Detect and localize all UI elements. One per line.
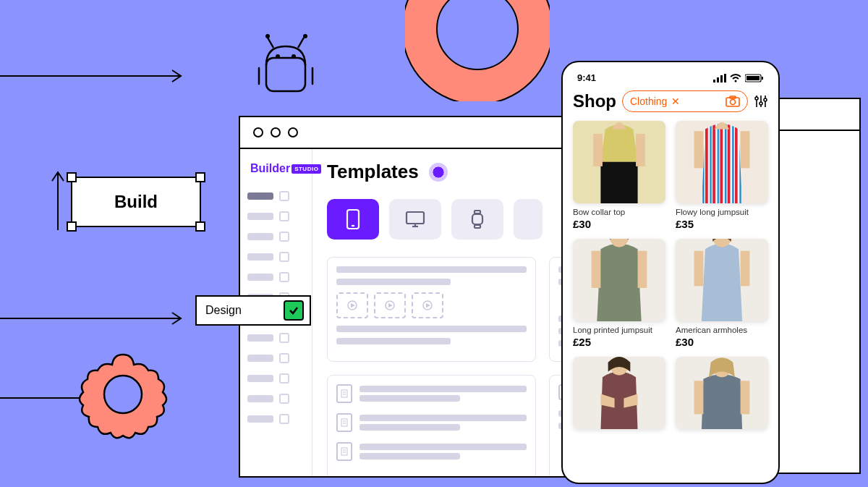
svg-rect-60 [600,161,637,203]
device-tab-watch[interactable] [451,199,503,240]
product-name: Bow collar top [573,208,665,216]
svg-rect-37 [341,419,347,426]
svg-point-10 [292,54,296,59]
svg-rect-70 [638,251,647,288]
product-card[interactable]: Long printed jumpsuit £25 [573,239,665,348]
browser-window-back [774,98,861,474]
svg-point-57 [760,102,762,105]
svg-rect-77 [741,381,750,414]
battery-icon [745,74,764,82]
svg-rect-44 [717,77,719,82]
product-price: £35 [676,218,768,230]
donut-decor [405,0,550,101]
product-card[interactable]: Bow collar top £30 [573,121,665,230]
svg-rect-50 [762,77,763,80]
phone-statusbar: 9:41 [573,72,768,83]
build-selection-box[interactable]: Build [71,177,201,227]
product-card[interactable] [676,357,768,429]
phone-page-title: Shop [573,91,616,111]
arrow-decor-2 [0,311,188,326]
svg-rect-61 [593,134,603,166]
android-icon [246,29,326,109]
svg-point-47 [735,80,737,82]
svg-point-7 [265,34,270,38]
svg-rect-62 [636,134,645,166]
sidebar-item[interactable] [247,414,305,424]
svg-rect-66 [694,131,704,168]
product-card[interactable]: Flowy long jumpsuit £35 [676,121,768,230]
document-icon [336,384,352,403]
filter-chip-clothing[interactable]: Clothing ✕ [622,90,748,112]
document-icon [336,442,352,461]
svg-rect-69 [592,251,601,288]
document-icon [336,413,352,432]
template-card[interactable] [327,257,536,362]
product-price: £30 [573,218,665,230]
svg-point-13 [420,0,535,87]
svg-rect-22 [472,214,482,224]
template-card[interactable] [327,375,536,476]
product-grid: Bow collar top £30 Flowy long jumpsuit £… [573,121,768,429]
product-card[interactable] [573,357,665,429]
svg-point-55 [755,97,758,100]
svg-rect-67 [741,131,750,168]
design-checkbox-tag[interactable]: Design [195,295,311,326]
design-label: Design [205,304,242,317]
resize-handle[interactable] [195,172,205,182]
sidebar-item[interactable] [247,252,305,262]
svg-line-6 [298,38,304,48]
product-price: £25 [573,336,665,348]
filter-sliders-icon[interactable] [754,94,768,109]
logo-text: Builder [250,162,290,175]
checkmark-icon [284,300,304,321]
status-time: 9:41 [577,72,596,83]
sidebar-item[interactable] [247,394,305,404]
resize-handle[interactable] [67,221,77,232]
product-card[interactable]: American armholes £30 [676,239,768,348]
svg-rect-24 [475,225,480,228]
svg-rect-4 [266,58,305,91]
sidebar-item[interactable] [247,232,305,242]
build-label: Build [114,192,158,212]
svg-line-5 [268,38,273,48]
sidebar-item[interactable] [247,191,305,201]
svg-rect-23 [475,211,480,213]
sidebar-item[interactable] [247,353,305,363]
product-price: £30 [676,336,768,348]
record-icon[interactable] [429,163,448,182]
window-control-max[interactable] [288,127,298,137]
svg-marker-30 [426,303,430,308]
sidebar-item[interactable] [247,211,305,221]
svg-rect-34 [341,390,347,397]
svg-rect-76 [694,381,704,414]
wifi-icon [730,74,741,82]
svg-rect-46 [724,74,726,82]
camera-icon[interactable] [726,96,740,107]
play-icon [412,292,443,318]
svg-point-16 [104,376,142,413]
resize-handle[interactable] [67,172,77,182]
sidebar-item[interactable] [247,272,305,282]
svg-rect-40 [341,448,347,455]
gear-icon [76,347,170,441]
svg-rect-73 [741,251,750,287]
sidebar-item[interactable] [247,373,305,384]
play-icon [374,292,406,318]
close-icon[interactable]: ✕ [671,96,680,107]
signal-icon [713,74,726,82]
device-tab-mobile[interactable] [327,199,379,240]
product-name: Long printed jumpsuit [573,326,665,334]
resize-handle[interactable] [195,221,205,232]
arrow-decor-1 [0,69,188,83]
window-control-min[interactable] [271,127,281,137]
svg-point-59 [764,98,767,101]
sidebar-item[interactable] [247,333,305,343]
window-control-close[interactable] [253,127,263,137]
svg-point-9 [276,54,280,59]
arrow-decor-up [51,166,65,232]
svg-rect-19 [407,212,424,224]
device-tab-desktop[interactable] [389,199,441,240]
device-tab-more[interactable] [514,199,542,240]
svg-point-52 [731,100,736,105]
product-name: American armholes [676,326,768,334]
